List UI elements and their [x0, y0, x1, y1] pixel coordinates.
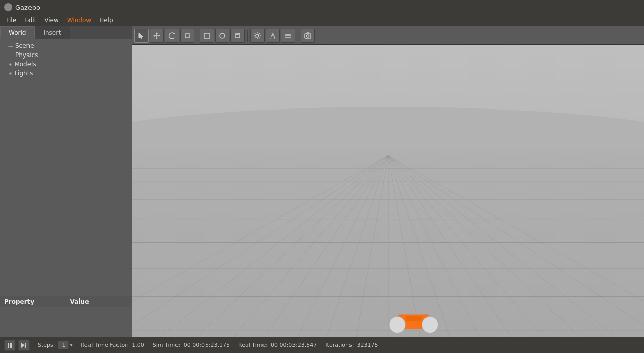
svg-line-19	[259, 37, 260, 38]
property-panel: Property Value	[0, 296, 132, 337]
scene-svg	[132, 45, 644, 337]
svg-rect-65	[406, 316, 421, 321]
arrow-icon: —	[8, 52, 13, 58]
svg-marker-2	[156, 32, 158, 34]
tabs-container: World Insert	[0, 26, 132, 39]
svg-marker-22	[271, 33, 274, 36]
directional-light-button[interactable]	[281, 29, 295, 43]
toolbar-sep-1	[197, 30, 197, 42]
world-tree: — Scene — Physics ⊞ Models ⊞ Lights	[0, 39, 132, 296]
playback-controls	[4, 340, 30, 351]
rtf-label: Real Time Factor:	[81, 342, 129, 348]
realtime-label: Real Time:	[238, 342, 268, 348]
box-button[interactable]	[200, 29, 214, 43]
steps-section: Steps: 1 ▾	[38, 341, 73, 349]
arrow-icon: —	[8, 43, 13, 49]
svg-rect-9	[204, 33, 210, 38]
property-col: Property	[0, 296, 66, 307]
expand-icon: ⊞	[8, 71, 12, 76]
svg-rect-67	[10, 343, 12, 348]
iterations-value: 323175	[357, 342, 378, 348]
rtf-section: Real Time Factor: 1.00	[81, 342, 144, 348]
spot-light-button[interactable]	[266, 29, 280, 43]
main-layout: World Insert — Scene — Physics ⊞ Models …	[0, 26, 644, 337]
step-button[interactable]	[18, 340, 30, 351]
realtime-value: 00 00:03:23.547	[271, 342, 317, 348]
tree-item-physics[interactable]: — Physics	[0, 50, 132, 60]
iterations-section: Iterations: 323175	[325, 342, 378, 348]
svg-point-13	[256, 34, 259, 37]
toolbar-sep-2	[247, 30, 248, 42]
simtime-section: Sim Time: 00 00:05:23.175	[153, 342, 230, 348]
pause-button[interactable]	[4, 340, 15, 351]
svg-marker-3	[156, 38, 158, 39]
iterations-label: Iterations:	[325, 342, 354, 348]
steps-value: 1	[58, 341, 69, 349]
steps-label: Steps:	[38, 342, 55, 348]
svg-point-64	[422, 316, 438, 333]
app-title: Gazebo	[15, 4, 40, 11]
property-header: Property Value	[0, 296, 132, 307]
window-menu[interactable]: Window	[63, 16, 95, 25]
statusbar: Steps: 1 ▾ Real Time Factor: 1.00 Sim Ti…	[0, 337, 644, 353]
translate-button[interactable]	[150, 29, 164, 43]
toolbar	[132, 26, 644, 45]
help-menu[interactable]: Help	[95, 16, 117, 25]
cylinder-button[interactable]	[230, 29, 245, 43]
svg-line-21	[255, 37, 256, 38]
edit-menu[interactable]: Edit	[20, 16, 40, 25]
toolbar-sep-3	[298, 30, 298, 42]
simtime-value: 00 00:05:23.175	[184, 342, 230, 348]
steps-arrow-icon[interactable]: ▾	[70, 342, 72, 348]
simtime-label: Sim Time:	[153, 342, 181, 348]
sphere-button[interactable]	[215, 29, 229, 43]
svg-marker-5	[159, 35, 160, 37]
menubar: File Edit View Window Help	[0, 14, 644, 26]
view-menu[interactable]: View	[40, 16, 63, 25]
rtf-value: 1.00	[132, 342, 144, 348]
svg-point-29	[307, 35, 309, 37]
svg-rect-69	[25, 343, 26, 348]
value-col: Value	[66, 296, 132, 307]
realtime-section: Real Time: 00 00:03:23.547	[238, 342, 317, 348]
screenshot-button[interactable]	[301, 29, 315, 43]
app-icon	[4, 3, 12, 11]
svg-line-18	[255, 33, 256, 34]
expand-icon: ⊞	[8, 62, 12, 67]
left-panel: World Insert — Scene — Physics ⊞ Models …	[0, 26, 132, 337]
rotate-button[interactable]	[165, 29, 179, 43]
svg-point-63	[389, 316, 405, 333]
scene-3d[interactable]	[132, 45, 644, 337]
titlebar: Gazebo	[0, 0, 644, 14]
tree-item-models[interactable]: ⊞ Models	[0, 60, 132, 69]
steps-control[interactable]: 1 ▾	[58, 341, 72, 349]
svg-rect-66	[8, 343, 9, 348]
tab-insert[interactable]: Insert	[35, 26, 69, 39]
svg-point-10	[220, 33, 225, 38]
svg-line-20	[259, 33, 260, 34]
point-light-button[interactable]	[250, 29, 265, 43]
tree-item-lights[interactable]: ⊞ Lights	[0, 69, 132, 78]
tab-world[interactable]: World	[0, 26, 35, 39]
tree-item-scene[interactable]: — Scene	[0, 41, 132, 50]
scale-button[interactable]	[180, 29, 194, 43]
svg-marker-68	[21, 343, 25, 348]
select-button[interactable]	[134, 29, 149, 43]
svg-marker-4	[153, 35, 155, 37]
viewport-3d[interactable]	[132, 26, 644, 337]
file-menu[interactable]: File	[2, 16, 20, 25]
